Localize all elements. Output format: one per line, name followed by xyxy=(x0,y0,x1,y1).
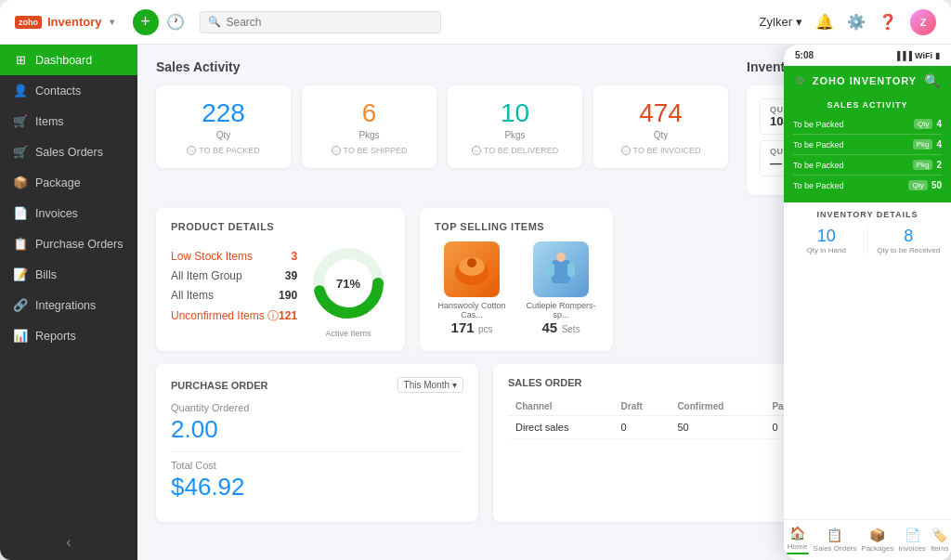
svg-rect-8 xyxy=(567,263,575,277)
po-total-cost: Total Cost $46.92 xyxy=(171,460,463,501)
pd-row-item-group: All Item Group 39 xyxy=(171,269,297,282)
mobile-sales-item-3: To be Packed Pkg 2 xyxy=(793,155,942,176)
mobile-nav-underline xyxy=(787,553,809,554)
mobile-sales-item-1: To be Packed Qty 4 xyxy=(793,114,942,135)
mobile-nav-sales-label: Sales Orders xyxy=(814,544,857,553)
packed-number: 228 xyxy=(202,98,245,128)
sidebar-item-label: Integrations xyxy=(35,299,96,312)
ts-product-img-2 xyxy=(533,241,589,297)
mobile-sales-label-1: To be Packed xyxy=(793,120,844,129)
delivered-circle-icon: ↔ xyxy=(472,146,481,155)
mobile-gear-icon[interactable]: ⚙ xyxy=(795,74,805,87)
mobile-inv-num-1: 10 xyxy=(817,227,836,246)
delivered-unit: Pkgs xyxy=(504,130,525,140)
mobile-nav-packages[interactable]: 📦 Packages xyxy=(861,527,893,553)
po-cost-label: Total Cost xyxy=(171,460,463,471)
invoices-icon: 📄 xyxy=(13,206,28,220)
sidebar-item-label: Purchase Orders xyxy=(35,238,123,251)
top-selling-title: TOP SELLING ITEMS xyxy=(435,221,598,232)
po-card-header: PURCHASE ORDER This Month ▾ xyxy=(171,377,463,393)
app-chevron-icon[interactable]: ▾ xyxy=(110,17,114,27)
user-menu[interactable]: Zylker ▾ xyxy=(760,15,802,29)
mobile-search-icon[interactable]: 🔍 xyxy=(924,73,940,88)
app-name: Inventory xyxy=(47,15,102,29)
sidebar: ⊞ Dashboard 👤 Contacts 🛒 Items 🛒 Sales O… xyxy=(0,45,137,560)
ts-product-img-1 xyxy=(444,241,500,297)
sales-orders-icon: 🛒 xyxy=(13,145,28,159)
main-content: Sales Activity 228 Qty ↔ TO BE PACKED xyxy=(137,45,951,560)
product-details-title: PRODUCT DETAILS xyxy=(171,221,390,232)
notification-icon[interactable]: 🔔 xyxy=(815,13,834,31)
mobile-badge-num-1: 4 xyxy=(936,119,942,129)
mobile-nav-packages-label: Packages xyxy=(861,544,893,553)
sidebar-item-purchase-orders[interactable]: 📋 Purchase Orders xyxy=(0,228,137,259)
mobile-status-icons: ▐▐▐ WiFi ▮ xyxy=(894,51,940,60)
mobile-home-icon: 🏠 xyxy=(789,526,805,540)
search-bar[interactable]: 🔍 xyxy=(200,11,441,33)
mobile-inv-num-2: 8 xyxy=(904,227,913,246)
po-filter[interactable]: This Month ▾ xyxy=(397,377,463,393)
sidebar-item-label: Bills xyxy=(35,268,57,281)
pd-low-stock-value: 3 xyxy=(291,250,297,263)
filter-chevron-icon: ▾ xyxy=(452,380,457,390)
mobile-inv-label-1: Qty in Hand xyxy=(807,246,846,254)
pd-item-group-value: 39 xyxy=(285,269,297,282)
sidebar-item-contacts[interactable]: 👤 Contacts xyxy=(0,75,137,106)
sidebar-collapse-button[interactable]: ‹ xyxy=(0,525,137,560)
sidebar-item-bills[interactable]: 📝 Bills xyxy=(0,259,137,290)
sidebar-item-invoices[interactable]: 📄 Invoices xyxy=(0,198,137,228)
donut-percent: 71% xyxy=(336,277,360,291)
mobile-sales-item-2: To be Packed Pkg 4 xyxy=(793,135,942,155)
sidebar-item-label: Items xyxy=(35,115,64,128)
mobile-nav-home-label: Home xyxy=(788,542,807,551)
invoiced-number: 474 xyxy=(639,98,683,128)
ts-item-1-name: Hanswooly Cotton Cas... xyxy=(435,301,509,319)
activity-card-packed: 228 Qty ↔ TO BE PACKED xyxy=(156,85,291,168)
bills-icon: 📝 xyxy=(13,267,28,281)
mobile-sales-icon: 📋 xyxy=(827,527,842,542)
sidebar-item-reports[interactable]: 📊 Reports xyxy=(0,320,137,351)
so-channel: Direct sales xyxy=(508,416,614,439)
sidebar-item-sales-orders[interactable]: 🛒 Sales Orders xyxy=(0,137,137,167)
product-details-content: Low Stock Items 3 All Item Group 39 All … xyxy=(171,241,390,338)
help-icon[interactable]: ❓ xyxy=(879,13,897,31)
contacts-icon: 👤 xyxy=(13,84,28,98)
settings-icon[interactable]: ⚙️ xyxy=(847,13,866,31)
user-chevron-icon: ▾ xyxy=(796,15,802,29)
packed-label: ↔ TO BE PACKED xyxy=(187,146,260,155)
mobile-overlay: 5:08 ▐▐▐ WiFi ▮ ⚙ ZOHO INVENTORY 🔍 SALES… xyxy=(784,45,951,560)
shipped-number: 6 xyxy=(362,98,377,128)
po-qty-ordered: Quantity Ordered 2.00 xyxy=(171,402,463,444)
sidebar-item-integrations[interactable]: 🔗 Integrations xyxy=(0,290,137,320)
pd-row-all-items: All Items 190 xyxy=(171,289,297,302)
pd-all-items-label: All Items xyxy=(171,289,214,302)
sidebar-item-items[interactable]: 🛒 Items xyxy=(0,106,137,137)
mobile-sales-badge-1: Qty 4 xyxy=(914,119,942,129)
shipped-unit: Pkgs xyxy=(358,130,379,140)
mobile-wifi-icon: WiFi xyxy=(915,51,932,60)
mobile-nav-sales[interactable]: 📋 Sales Orders xyxy=(814,527,857,553)
search-input[interactable] xyxy=(227,16,433,29)
mobile-sales-list: To be Packed Qty 4 To be Packed Pkg 4 xyxy=(784,114,951,202)
add-button[interactable]: + xyxy=(133,9,159,35)
sidebar-item-package[interactable]: 📦 Package xyxy=(0,167,137,198)
history-icon[interactable]: 🕐 xyxy=(166,13,185,31)
mobile-nav-items[interactable]: 🏷️ Items xyxy=(931,527,949,553)
packed-circle-icon: ↔ xyxy=(187,146,196,155)
mobile-nav-home[interactable]: 🏠 Home xyxy=(787,526,809,554)
avatar[interactable]: Z xyxy=(910,9,936,35)
pd-low-stock-label: Low Stock Items xyxy=(171,250,253,263)
svg-point-4 xyxy=(467,258,476,267)
ts-item-1: Hanswooly Cotton Cas... 171 pcs xyxy=(435,241,509,336)
mobile-badge-num-3: 2 xyxy=(936,160,942,170)
ts-item-1-count: 171 pcs xyxy=(451,319,493,336)
mobile-nav-invoices[interactable]: 📄 Invoices xyxy=(898,527,925,553)
sidebar-item-dashboard[interactable]: ⊞ Dashboard xyxy=(0,45,137,75)
shipped-circle-icon: ↔ xyxy=(332,146,341,155)
svg-point-6 xyxy=(556,253,566,262)
mobile-sales-label-2: To be Packed xyxy=(793,140,844,150)
search-icon: 🔍 xyxy=(208,16,221,28)
activity-card-shipped: 6 Pkgs ↔ TO BE SHIPPED xyxy=(302,85,436,168)
invoiced-unit: Qty xyxy=(654,130,669,140)
items-icon: 🛒 xyxy=(13,114,28,128)
